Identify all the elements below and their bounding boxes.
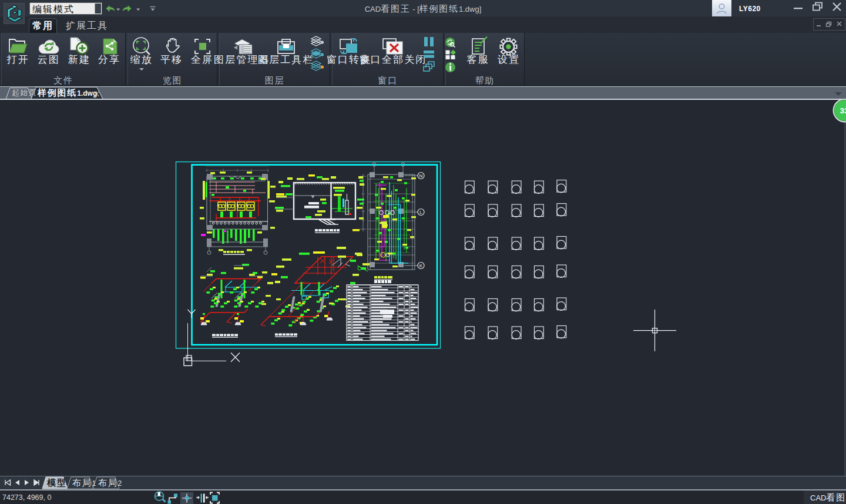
svg-text:33: 33 — [840, 106, 846, 115]
svg-text:N: N — [419, 173, 423, 179]
svg-text:K: K — [419, 263, 423, 268]
svg-text:L: L — [419, 210, 422, 215]
